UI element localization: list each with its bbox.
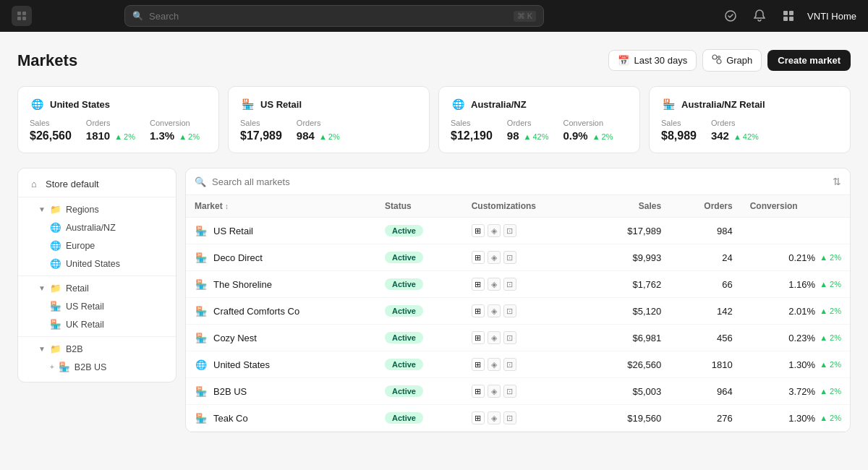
customization-icon-1[interactable]: ⊞ bbox=[472, 411, 485, 424]
conversion-cell-5: 1.30%▲ 2% bbox=[741, 351, 850, 378]
market-cell-6: 🏪B2B US bbox=[186, 378, 376, 405]
sidebar-item-uk-retail[interactable]: 🏪 UK Retail bbox=[18, 315, 176, 333]
global-search[interactable]: 🔍 ⌘ K bbox=[124, 5, 544, 27]
customization-icon-2[interactable]: ◈ bbox=[488, 224, 501, 237]
store-icon: 🏪 bbox=[50, 319, 61, 330]
customization-icon-3[interactable]: ⊡ bbox=[503, 224, 516, 237]
svg-point-11 bbox=[718, 56, 720, 59]
orders-cell-4: 456 bbox=[670, 325, 741, 351]
sidebar-us-retail-label: US Retail bbox=[66, 302, 104, 312]
chevron-down-icon: ▼ bbox=[38, 284, 46, 292]
customization-icon-2[interactable]: ◈ bbox=[488, 251, 501, 264]
customization-icon-3[interactable]: ⊡ bbox=[503, 411, 516, 424]
summary-card-us-retail[interactable]: 🏪 US Retail Sales $17,989 Orders 984 ▲ 2… bbox=[228, 86, 430, 153]
table-search-bar[interactable]: 🔍 ⇅ bbox=[186, 168, 850, 195]
table-row[interactable]: 🏪The ShorelineActive ⊞ ◈ ⊡ $1,762661.16%… bbox=[186, 271, 850, 298]
customization-icon-1[interactable]: ⊞ bbox=[472, 385, 485, 398]
metric-value: $26,560 bbox=[30, 129, 72, 142]
summary-card-united-states[interactable]: 🌐 United States Sales $26,560 Orders 181… bbox=[17, 86, 219, 153]
orders-cell-6: 964 bbox=[670, 378, 741, 405]
store-icon: 🏪 bbox=[59, 362, 70, 372]
conversion-cell-1: 0.21%▲ 2% bbox=[741, 244, 850, 271]
customization-icon-3[interactable]: ⊡ bbox=[503, 331, 516, 344]
sidebar-item-us-retail[interactable]: 🏪 US Retail bbox=[18, 297, 176, 315]
sidebar-item-europe[interactable]: 🌐 Europe bbox=[18, 236, 176, 255]
col-orders: Orders bbox=[670, 195, 741, 218]
create-market-button[interactable]: Create market bbox=[767, 50, 851, 71]
sidebar-item-store-default[interactable]: ⌂ Store default bbox=[18, 174, 176, 194]
customization-icon-2[interactable]: ◈ bbox=[488, 304, 501, 317]
nav-right: VNTI Home bbox=[720, 6, 856, 26]
table-header: Market ↕ Status Customizations Sales Ord… bbox=[186, 195, 850, 218]
customization-icon-1[interactable]: ⊞ bbox=[472, 224, 485, 237]
home-icon: ⌂ bbox=[28, 179, 40, 189]
customization-icon-2[interactable]: ◈ bbox=[488, 358, 501, 371]
sort-icon[interactable]: ⇅ bbox=[833, 176, 841, 187]
customization-icon-1[interactable]: ⊞ bbox=[472, 304, 485, 317]
orders-cell-2: 66 bbox=[670, 271, 741, 298]
sidebar-item-b2b-us[interactable]: + 🏪 B2B US bbox=[18, 358, 176, 376]
metric-inline: 0.9% ▲ 2% bbox=[563, 129, 613, 142]
market-icon: 🌐 bbox=[195, 358, 208, 371]
metric-conversion: Conversion 1.3% ▲ 2% bbox=[150, 119, 200, 142]
market-cell-4: 🏪Cozy Nest bbox=[186, 325, 376, 351]
customization-icon-1[interactable]: ⊞ bbox=[472, 358, 485, 371]
sidebar-item-b2b[interactable]: ▼ 📁 B2B bbox=[18, 340, 176, 358]
table-row[interactable]: 🏪Teak CoActive ⊞ ◈ ⊡ $19,5602761.30%▲ 2% bbox=[186, 405, 850, 432]
conversion-change: ▲ 2% bbox=[820, 253, 841, 262]
metric-change: ▲ 2% bbox=[179, 132, 200, 141]
status-badge: Active bbox=[385, 305, 423, 317]
conversion-change: ▲ 2% bbox=[820, 360, 841, 369]
customization-icon-3[interactable]: ⊡ bbox=[503, 278, 516, 291]
market-icon: 🏪 bbox=[195, 278, 208, 291]
notifications-icon[interactable] bbox=[749, 6, 770, 26]
orders-icon[interactable] bbox=[720, 6, 741, 26]
sidebar-item-regions[interactable]: ▼ 📁 Regions bbox=[18, 200, 176, 218]
search-icon: 🔍 bbox=[195, 176, 206, 187]
table-row[interactable]: 🏪Deco DirectActive ⊞ ◈ ⊡ $9,993240.21%▲ … bbox=[186, 244, 850, 271]
folder-icon: 📁 bbox=[50, 204, 61, 215]
status-badge: Active bbox=[385, 252, 423, 263]
market-cell-1: 🏪Deco Direct bbox=[186, 244, 376, 271]
conversion-value: 0.21% bbox=[788, 252, 815, 263]
sidebar-item-united-states[interactable]: 🌐 United States bbox=[18, 255, 176, 273]
metric-label: Sales bbox=[451, 119, 493, 127]
conversion-cell-6: 3.72%▲ 2% bbox=[741, 378, 850, 405]
summary-card-australia-nz[interactable]: 🌐 Australia/NZ Sales $12,190 Orders 98 ▲… bbox=[438, 86, 640, 153]
customization-icon-3[interactable]: ⊡ bbox=[503, 358, 516, 371]
apps-icon[interactable] bbox=[778, 6, 799, 26]
customization-icon-2[interactable]: ◈ bbox=[488, 278, 501, 291]
store-icon: 🏪 bbox=[661, 97, 676, 111]
sidebar-item-retail[interactable]: ▼ 📁 Retail bbox=[18, 279, 176, 297]
table-row[interactable]: 🏪Crafted Comforts CoActive ⊞ ◈ ⊡ $5,1201… bbox=[186, 298, 850, 325]
customization-icon-3[interactable]: ⊡ bbox=[503, 304, 516, 317]
summary-card-australia-nz-retail[interactable]: 🏪 Australia/NZ Retail Sales $8,989 Order… bbox=[649, 86, 851, 153]
table-row[interactable]: 🏪B2B USActive ⊞ ◈ ⊡ $5,0039643.72%▲ 2% bbox=[186, 378, 850, 405]
metric-inline: 1810 ▲ 2% bbox=[86, 129, 135, 142]
table-search-input[interactable] bbox=[212, 176, 827, 187]
search-input[interactable] bbox=[149, 11, 508, 22]
sidebar-item-australia-nz[interactable]: 🌐 Australia/NZ bbox=[18, 218, 176, 236]
date-range-button[interactable]: 📅 Last 30 days bbox=[608, 50, 697, 71]
customization-icon-1[interactable]: ⊞ bbox=[472, 251, 485, 264]
table-row[interactable]: 🌐United StatesActive ⊞ ◈ ⊡ $26,56018101.… bbox=[186, 351, 850, 378]
market-icon: 🏪 bbox=[195, 331, 208, 344]
customization-icon-3[interactable]: ⊡ bbox=[503, 385, 516, 398]
customization-icon-3[interactable]: ⊡ bbox=[503, 251, 516, 264]
customization-icon-1[interactable]: ⊞ bbox=[472, 331, 485, 344]
customization-icon-2[interactable]: ◈ bbox=[488, 385, 501, 398]
metric-value: 98 bbox=[507, 129, 519, 142]
customizations-cell-3: ⊞ ◈ ⊡ bbox=[463, 298, 590, 325]
card-title: Australia/NZ bbox=[471, 99, 527, 110]
status-badge: Active bbox=[385, 412, 423, 424]
table-row[interactable]: 🏪US RetailActive ⊞ ◈ ⊡ $17,989984 bbox=[186, 218, 850, 244]
customization-icon-2[interactable]: ◈ bbox=[488, 331, 501, 344]
customization-icon-2[interactable]: ◈ bbox=[488, 411, 501, 424]
customization-icon-1[interactable]: ⊞ bbox=[472, 278, 485, 291]
graph-button[interactable]: Graph bbox=[702, 49, 762, 72]
customizations-cell-5: ⊞ ◈ ⊡ bbox=[463, 351, 590, 378]
table-row[interactable]: 🏪Cozy NestActive ⊞ ◈ ⊡ $6,9814560.23%▲ 2… bbox=[186, 325, 850, 351]
content-area: ⌂ Store default ▼ 📁 Regions 🌐 Australia/… bbox=[17, 168, 851, 432]
col-market[interactable]: Market ↕ bbox=[186, 195, 376, 218]
conversion-value: 1.30% bbox=[788, 359, 815, 370]
